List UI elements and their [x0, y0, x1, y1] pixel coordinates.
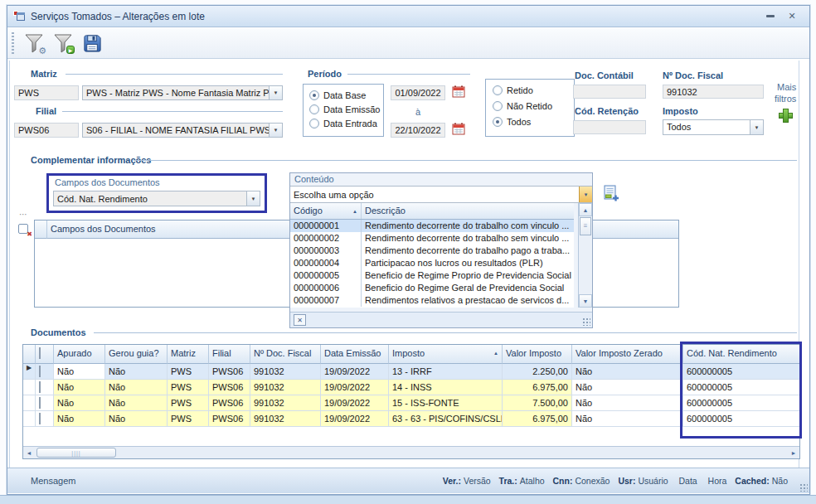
campos-documentos-combo[interactable]: Cód. Nat. Rendimento ▼	[53, 191, 260, 206]
scroll-down-icon[interactable]: ▼	[579, 294, 592, 308]
cod-retencao-field[interactable]	[573, 120, 646, 134]
cell-zerado[interactable]: Não	[572, 395, 683, 411]
list-item[interactable]: 000000006Beneficio do Regime Geral de Pr…	[290, 282, 574, 294]
chevron-down-icon[interactable]: ▼	[750, 120, 763, 134]
radio-data-emissao[interactable]: Data Emissão	[309, 104, 380, 114]
cell-filial[interactable]: PWS06	[209, 395, 250, 411]
row-checkbox[interactable]	[36, 395, 54, 411]
delete-row-button[interactable]: ✖	[17, 223, 32, 238]
add-content-button[interactable]	[602, 185, 620, 204]
header-matriz[interactable]: Matriz	[168, 345, 209, 364]
num-doc-fiscal-field[interactable]: 991032	[663, 85, 764, 99]
cell-emissao[interactable]: 19/09/2022	[321, 364, 389, 380]
cell-zerado[interactable]: Não	[572, 411, 683, 427]
matriz-code-field[interactable]: PWS	[14, 85, 79, 100]
conteudo-combo[interactable]: Escolha uma opção ▼	[290, 186, 592, 203]
header-codigo[interactable]: Código ▲	[290, 203, 362, 219]
calendar-icon[interactable]	[452, 85, 465, 99]
cell-gerou[interactable]: Não	[105, 411, 168, 427]
cell-apurado[interactable]: Não	[54, 395, 105, 411]
close-button[interactable]: ✕	[781, 9, 803, 24]
cell-valor[interactable]: 6.975,00	[503, 380, 572, 395]
chevron-down-icon[interactable]: ▼	[269, 124, 282, 137]
cell-zerado[interactable]: Não	[572, 380, 683, 395]
mini-toolbar-overflow[interactable]: ⋯	[19, 210, 28, 219]
checkbox-icon[interactable]	[39, 413, 41, 424]
scroll-left-icon[interactable]: ◄	[23, 448, 35, 458]
cell-matriz[interactable]: PWS	[168, 411, 209, 427]
cell-imposto[interactable]: 14 - INSS	[389, 380, 503, 395]
cell-emissao[interactable]: 19/09/2022	[321, 411, 389, 427]
table-row[interactable]: Não Não PWS PWS06 991032 19/09/2022 15 -…	[23, 395, 799, 411]
table-row[interactable]: Não Não PWS PWS06 991032 19/09/2022 63 -…	[23, 411, 799, 427]
save-button[interactable]	[79, 31, 105, 56]
calendar-icon[interactable]	[452, 123, 465, 137]
list-item[interactable]: 000000003Rendimento decorrente do trabal…	[290, 245, 574, 257]
cell-zerado[interactable]: Não	[572, 364, 683, 380]
clear-filter-button[interactable]: ✕	[294, 314, 306, 326]
filial-combo[interactable]: S06 - FILIAL - NOME FANTASIA FILIAL PWS0…	[82, 123, 283, 138]
cell-imposto[interactable]: 63 - 63 - PIS/COFINS/CSLL	[389, 411, 503, 427]
radio-data-base[interactable]: Data Base	[309, 90, 366, 100]
cell-codnat[interactable]: 600000005	[683, 364, 799, 380]
row-checkbox[interactable]	[36, 364, 54, 380]
scroll-up-icon[interactable]: ▲	[579, 203, 592, 216]
date-from-field[interactable]: 01/09/2022	[391, 85, 445, 100]
table-row[interactable]: Não Não PWS PWS06 991032 19/09/2022 14 -…	[23, 380, 799, 395]
list-item[interactable]: 000000007Rendimentos relativos a prestac…	[290, 294, 574, 307]
list-item[interactable]: 000000002Rendimento decorrente do trabal…	[290, 232, 574, 245]
cell-imposto[interactable]: 13 - IRRF	[389, 364, 503, 380]
list-item[interactable]: 000000004Participacao nos lucros ou resu…	[290, 257, 574, 269]
window-resize-grip[interactable]	[799, 483, 808, 492]
more-filters-plus-icon[interactable]	[779, 109, 791, 121]
cell-emissao[interactable]: 19/09/2022	[321, 395, 389, 411]
header-checkbox[interactable]	[36, 345, 54, 364]
cell-emissao[interactable]: 19/09/2022	[321, 380, 389, 395]
cell-apurado[interactable]: Não	[54, 380, 105, 395]
header-valor-imposto[interactable]: Valor Imposto	[503, 345, 572, 364]
radio-data-entrada[interactable]: Data Entrada	[309, 119, 377, 128]
checkbox-icon[interactable]	[39, 381, 41, 393]
header-imposto[interactable]: Imposto▲	[389, 345, 503, 364]
cell-filial[interactable]: PWS06	[209, 411, 250, 427]
checkbox-icon[interactable]	[39, 397, 41, 409]
cell-valor[interactable]: 2.250,00	[503, 364, 572, 380]
cell-filial[interactable]: PWS06	[209, 364, 250, 380]
header-data-emissao[interactable]: Data Emissão	[321, 345, 389, 364]
cell-gerou[interactable]: Não	[105, 364, 168, 380]
minimize-button[interactable]	[760, 9, 781, 24]
conteudo-scrollbar[interactable]: ▲ ≡ ▼	[578, 203, 592, 308]
cell-fiscal[interactable]: 991032	[250, 411, 321, 427]
resize-grip[interactable]	[582, 317, 590, 326]
header-gerou-guia[interactable]: Gerou guia?	[105, 345, 168, 364]
matriz-combo[interactable]: PWS - Matriz PWS - Nome Fantasia Matriz …	[82, 85, 283, 100]
cell-matriz[interactable]: PWS	[168, 364, 209, 380]
cell-matriz[interactable]: PWS	[168, 395, 209, 411]
radio-nao-retido[interactable]: Não Retido	[493, 101, 552, 111]
list-item[interactable]: 000000001Rendimento decorrente do trabal…	[290, 220, 574, 232]
scrollbar-thumb[interactable]: ≡	[580, 217, 591, 235]
doc-contabil-field[interactable]	[573, 85, 646, 99]
h-scrollbar-thumb[interactable]: ||||	[36, 448, 116, 458]
header-apurado[interactable]: Apurado	[54, 345, 105, 364]
cell-fiscal[interactable]: 991032	[250, 364, 321, 380]
date-to-field[interactable]: 22/10/2022	[391, 123, 445, 138]
cell-fiscal[interactable]: 991032	[250, 395, 321, 411]
filter-config-button[interactable]: ⚙	[21, 31, 47, 56]
list-item[interactable]: 000000005Beneficio de Regime Proprio de …	[290, 269, 574, 282]
cell-gerou[interactable]: Não	[105, 380, 168, 395]
header-cod-nat-rendimento[interactable]: Cód. Nat. Rendimento	[683, 345, 799, 364]
cell-matriz[interactable]: PWS	[168, 380, 209, 395]
cell-imposto[interactable]: 15 - ISS-FONTE	[389, 395, 503, 411]
radio-todos[interactable]: Todos	[493, 117, 531, 127]
cell-codnat[interactable]: 600000005	[683, 411, 799, 427]
cell-valor[interactable]: 6.975,00	[503, 411, 572, 427]
cell-gerou[interactable]: Não	[105, 395, 168, 411]
checkbox-icon[interactable]	[39, 366, 41, 377]
cell-codnat[interactable]: 600000005	[683, 380, 799, 395]
cell-valor[interactable]: 7.500,00	[503, 395, 572, 411]
cell-apurado[interactable]: Não	[54, 411, 105, 427]
radio-retido[interactable]: Retido	[493, 85, 533, 95]
scroll-right-icon[interactable]: ►	[788, 448, 799, 458]
checkbox-icon[interactable]	[39, 347, 41, 359]
